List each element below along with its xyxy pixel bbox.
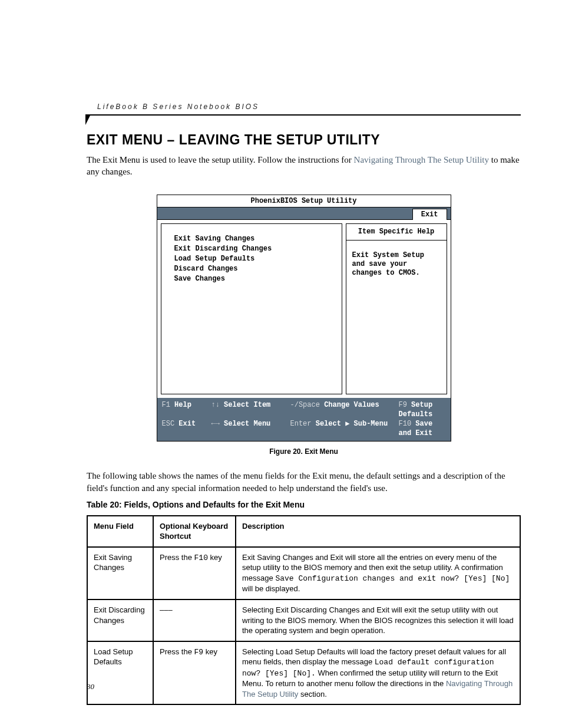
bios-help-header: Item Specific Help <box>346 223 447 241</box>
cell-description: Selecting Exit Discarding Changes and Ex… <box>236 599 520 641</box>
cell-field: Exit Discarding Changes <box>87 599 153 641</box>
col-header: Optional Keyboard Shortcut <box>153 516 236 547</box>
bios-menu-item[interactable]: Exit Saving Changes <box>174 235 337 243</box>
cell-shortcut: ––– <box>153 599 236 641</box>
key-label: Enter <box>290 420 312 428</box>
bios-menu-item[interactable]: Load Setup Defaults <box>174 255 337 263</box>
bios-window-title: PhoenixBIOS Setup Utility <box>157 195 451 207</box>
cell-description: Selecting Load Setup Defaults will load … <box>236 641 520 705</box>
key-action: Help <box>174 401 191 409</box>
key-label: ↑↓ <box>211 401 220 409</box>
table-intro-paragraph: The following table shows the names of t… <box>87 470 521 494</box>
page-title: EXIT MENU – LEAVING THE SETUP UTILITY <box>87 132 521 148</box>
table-row: Exit Discarding Changes ––– Selecting Ex… <box>87 599 520 641</box>
key-action: Change Values <box>324 401 379 409</box>
bios-menu-item[interactable]: Exit Discarding Changes <box>174 245 337 253</box>
running-head-text: LifeBook B Series Notebook BIOS <box>87 100 521 114</box>
page-number: 30 <box>87 682 94 691</box>
key-action: Select Item <box>224 401 270 409</box>
key-label: ←→ <box>211 420 220 428</box>
table-row: Load Setup Defaults Press the F9 key Sel… <box>87 641 520 705</box>
key-label: -/Space <box>290 401 320 409</box>
key-action: Select ▶ Sub-Menu <box>316 420 388 428</box>
table-caption: Table 20: Fields, Options and Defaults f… <box>87 500 521 509</box>
intro-paragraph: The Exit Menu is used to leave the setup… <box>87 154 521 178</box>
bios-menu-item[interactable]: Discard Changes <box>174 265 337 274</box>
cell-shortcut: Press the F10 key <box>153 547 236 599</box>
cell-shortcut: Press the F9 key <box>153 641 236 705</box>
col-header: Description <box>236 516 520 547</box>
bios-tab-exit[interactable]: Exit <box>412 209 447 220</box>
fields-table: Menu Field Optional Keyboard Shortcut De… <box>87 515 521 706</box>
table-row: Exit Saving Changes Press the F10 key Ex… <box>87 547 520 599</box>
cell-field: Load Setup Defaults <box>87 641 153 705</box>
intro-xref[interactable]: Navigating Through The Setup Utility <box>354 155 489 164</box>
key-label: F10 <box>399 420 412 428</box>
figure-caption: Figure 20. Exit Menu <box>87 447 521 456</box>
bios-footer: F1 Help ↑↓ Select Item -/Space Change Va… <box>157 398 451 442</box>
key-label: ESC <box>162 420 175 428</box>
table-header-row: Menu Field Optional Keyboard Shortcut De… <box>87 516 520 547</box>
bios-menu-item[interactable]: Save Changes <box>174 275 337 284</box>
key-label: F9 <box>399 401 407 409</box>
running-head: LifeBook B Series Notebook BIOS <box>87 100 521 116</box>
intro-text-a: The Exit Menu is used to leave the setup… <box>87 155 354 164</box>
cell-field: Exit Saving Changes <box>87 547 153 599</box>
bios-figure: PhoenixBIOS Setup Utility Exit Exit Savi… <box>157 195 451 442</box>
triangle-icon <box>85 114 91 125</box>
bios-menu-panel: Exit Saving Changes Exit Discarding Chan… <box>161 223 342 394</box>
col-header: Menu Field <box>87 516 153 547</box>
key-action: Select Menu <box>224 420 270 428</box>
bios-tab-bar: Exit <box>157 207 451 219</box>
key-action: Exit <box>178 420 196 428</box>
bios-help-body: Exit System Setup and save your changes … <box>346 241 447 394</box>
key-label: F1 <box>162 401 170 409</box>
cell-description: Exit Saving Changes and Exit will store … <box>236 547 520 599</box>
